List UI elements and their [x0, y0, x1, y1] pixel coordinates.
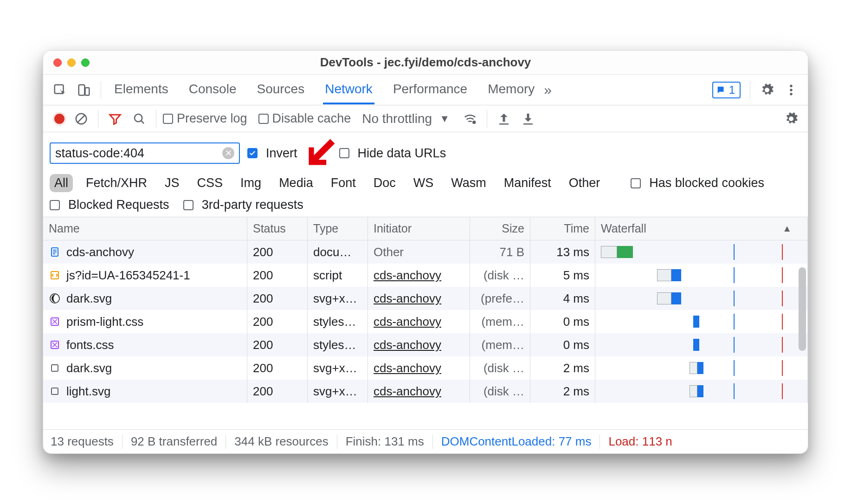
cell-initiator[interactable]: cds-anchovy	[368, 356, 470, 380]
type-filter-wasm[interactable]: Wasm	[446, 174, 491, 192]
hide-data-urls-checkbox[interactable]	[339, 148, 349, 158]
hide-data-urls-label: Hide data URLs	[358, 146, 446, 161]
type-filter-css[interactable]: CSS	[193, 174, 228, 192]
cell-waterfall	[595, 333, 808, 356]
tab-performance[interactable]: Performance	[391, 75, 469, 104]
type-filter-other[interactable]: Other	[564, 174, 605, 192]
clear-filter-icon[interactable]: ✕	[222, 147, 234, 159]
cell-initiator[interactable]: cds-anchovy	[368, 287, 470, 310]
third-party-toggle[interactable]: 3rd-party requests	[183, 198, 303, 212]
grid-header: Name Status Type Initiator Size Time Wat…	[43, 217, 808, 240]
col-waterfall-label: Waterfall	[601, 222, 646, 235]
cell-initiator[interactable]: cds-anchovy	[368, 264, 470, 287]
cell-waterfall	[595, 380, 808, 403]
table-row[interactable]: prism-light.css200styles…cds-anchovy(mem…	[43, 310, 808, 333]
cell-status: 200	[247, 287, 308, 310]
filter-icon[interactable]	[105, 109, 125, 129]
preserve-log-checkbox[interactable]	[163, 114, 173, 124]
blocked-requests-toggle[interactable]: Blocked Requests	[50, 198, 169, 212]
svg-point-5	[790, 93, 793, 96]
table-row[interactable]: light.svg200svg+x…cds-anchovy(disk …2 ms	[43, 380, 808, 403]
type-filter-img[interactable]: Img	[236, 174, 266, 192]
col-status[interactable]: Status	[247, 217, 308, 240]
close-window-button[interactable]	[53, 58, 62, 67]
cell-size: (prefe…	[470, 287, 530, 310]
tab-sources[interactable]: Sources	[255, 75, 306, 104]
cell-initiator[interactable]: cds-anchovy	[368, 380, 470, 403]
settings-icon[interactable]	[757, 80, 777, 100]
table-row[interactable]: fonts.css200styles…cds-anchovy(mem…0 ms	[43, 333, 808, 356]
third-party-checkbox[interactable]	[183, 200, 193, 210]
type-filter-ws[interactable]: WS	[409, 174, 438, 192]
table-row[interactable]: cds-anchovy200docu…Other71 B13 ms	[43, 240, 808, 264]
disable-cache-checkbox[interactable]	[258, 114, 269, 124]
cell-status: 200	[247, 310, 308, 333]
table-row[interactable]: dark.svg200svg+x…cds-anchovy(disk …2 ms	[43, 356, 808, 380]
download-har-icon[interactable]	[518, 109, 538, 129]
invert-checkbox[interactable]	[247, 148, 258, 158]
cell-time: 13 ms	[530, 240, 595, 264]
tab-network[interactable]: Network	[323, 75, 374, 104]
cell-type: styles…	[308, 310, 368, 333]
footer-dcl: DOMContentLoaded: 77 ms	[441, 434, 592, 449]
col-name[interactable]: Name	[43, 217, 247, 240]
type-filter-manifest[interactable]: Manifest	[499, 174, 556, 192]
hide-data-urls-toggle[interactable]: Hide data URLs	[339, 146, 446, 161]
separator	[750, 81, 750, 99]
minimize-window-button[interactable]	[67, 58, 76, 67]
third-party-label: 3rd-party requests	[202, 198, 303, 212]
cell-name: dark.svg	[43, 287, 247, 310]
type-filter-font[interactable]: Font	[326, 174, 361, 192]
svg-rect-2	[85, 88, 90, 95]
table-row[interactable]: dark.svg200svg+x…cds-anchovy(prefe…4 ms	[43, 287, 808, 310]
issues-badge[interactable]: 1	[712, 82, 741, 98]
preserve-log-toggle[interactable]: Preserve log	[163, 111, 247, 126]
cell-name: cds-anchovy	[43, 240, 247, 264]
search-icon[interactable]	[129, 109, 149, 129]
device-toolbar-icon[interactable]	[74, 80, 94, 100]
disable-cache-toggle[interactable]: Disable cache	[258, 111, 351, 126]
cell-time: 2 ms	[530, 356, 595, 380]
record-button[interactable]	[54, 114, 64, 124]
cell-time: 5 ms	[530, 264, 595, 287]
upload-har-icon[interactable]	[494, 109, 514, 129]
filter-input[interactable]: status-code:404 ✕	[50, 142, 240, 164]
blocked-requests-checkbox[interactable]	[50, 200, 60, 210]
separator	[156, 110, 156, 128]
table-row[interactable]: js?id=UA-165345241-1200scriptcds-anchovy…	[43, 264, 808, 287]
invert-toggle[interactable]: Invert	[247, 146, 297, 161]
cell-name: dark.svg	[43, 356, 247, 380]
footer-requests: 13 requests	[51, 434, 114, 449]
col-type[interactable]: Type	[308, 217, 368, 240]
panel-settings-icon[interactable]	[781, 109, 801, 129]
svg-point-8	[472, 120, 476, 124]
kebab-menu-icon[interactable]	[781, 80, 801, 100]
throttling-dropdown[interactable]: No throttling ▼	[362, 111, 454, 126]
has-blocked-cookies-toggle[interactable]: Has blocked cookies	[631, 176, 764, 190]
cell-waterfall	[595, 356, 808, 380]
col-waterfall[interactable]: Waterfall ▲	[595, 217, 808, 240]
network-conditions-icon[interactable]	[460, 109, 480, 129]
cell-initiator[interactable]: cds-anchovy	[368, 310, 470, 333]
type-filter-all[interactable]: All	[50, 174, 73, 192]
col-time[interactable]: Time	[530, 217, 595, 240]
traffic-lights	[53, 58, 90, 67]
type-filter-fetchxhr[interactable]: Fetch/XHR	[81, 174, 152, 192]
type-filter-doc[interactable]: Doc	[369, 174, 400, 192]
type-filter-media[interactable]: Media	[274, 174, 318, 192]
requests-grid: Name Status Type Initiator Size Time Wat…	[43, 217, 808, 429]
clear-log-icon[interactable]	[71, 109, 91, 129]
cell-initiator[interactable]: cds-anchovy	[368, 333, 470, 356]
type-filter-js[interactable]: JS	[160, 174, 184, 192]
tab-console[interactable]: Console	[187, 75, 239, 104]
col-initiator[interactable]: Initiator	[368, 217, 470, 240]
col-size[interactable]: Size	[470, 217, 530, 240]
inspect-element-icon[interactable]	[50, 80, 70, 100]
request-name: fonts.css	[66, 338, 114, 352]
cell-waterfall	[595, 287, 808, 310]
zoom-window-button[interactable]	[81, 58, 90, 67]
tab-memory[interactable]: Memory	[486, 75, 536, 104]
has-blocked-cookies-checkbox[interactable]	[631, 178, 641, 188]
tab-elements[interactable]: Elements	[112, 75, 170, 104]
more-tabs-button[interactable]: »	[540, 82, 555, 98]
